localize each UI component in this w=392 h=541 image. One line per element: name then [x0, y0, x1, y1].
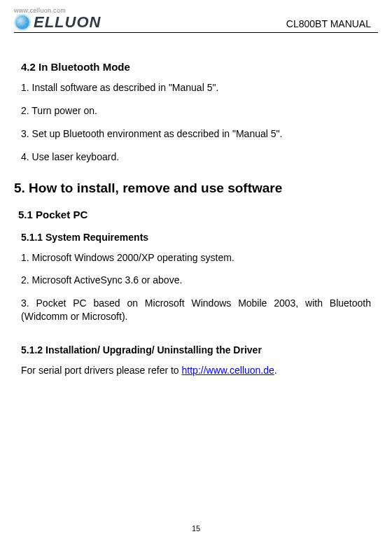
heading-5-1-1: 5.1.1 System Requirements: [21, 232, 371, 243]
document-header: www.celluon.com ELLUON CL800BT MANUAL: [14, 7, 378, 33]
driver-text-before: For serial port drivers please refer to: [21, 365, 182, 376]
driver-text-after: .: [274, 365, 277, 376]
req-5-1-1-2: 2. Microsoft ActiveSync 3.6 or above.: [21, 274, 371, 287]
heading-5-1-2: 5.1.2 Installation/ Upgrading/ Uninstall…: [21, 344, 371, 356]
brand-logo: www.celluon.com ELLUON: [14, 7, 101, 31]
req-5-1-1-1: 1. Microsoft Windows 2000/XP operating s…: [21, 251, 371, 265]
step-4-2-2: 2. Turn power on.: [21, 104, 371, 118]
manual-title: CL800BT MANUAL: [286, 18, 378, 31]
driver-referral-line: For serial port drivers please refer to …: [21, 364, 371, 377]
req-5-1-1-3: 3. Pocket PC based on Microsoft Windows …: [21, 297, 371, 323]
heading-5: 5. How to install, remove and use softwa…: [14, 181, 371, 196]
brand-logo-main: ELLUON: [14, 14, 101, 31]
celluon-link[interactable]: http://www.celluon.de: [182, 365, 274, 376]
step-4-2-4: 4. Use laser keyboard.: [21, 150, 371, 164]
document-body: 4.2 In Bluetooth Mode 1. Install softwar…: [14, 61, 378, 377]
globe-icon: [14, 14, 31, 31]
step-4-2-3: 3. Set up Bluetooth environment as descr…: [21, 127, 371, 141]
heading-5-1: 5.1 Pocket PC: [18, 209, 371, 220]
brand-name: ELLUON: [34, 15, 101, 30]
heading-4-2: 4.2 In Bluetooth Mode: [21, 61, 371, 73]
step-4-2-1: 1. Install software as described in "Man…: [21, 81, 371, 94]
page-number: 15: [192, 524, 200, 533]
